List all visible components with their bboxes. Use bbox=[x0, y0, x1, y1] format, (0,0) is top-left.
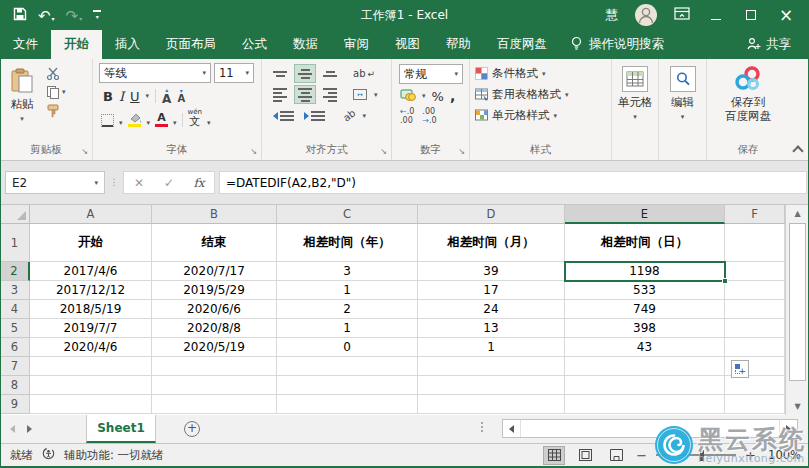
align-middle-icon[interactable] bbox=[294, 64, 316, 83]
cell-c9[interactable] bbox=[277, 395, 418, 414]
zoom-in-button[interactable]: + bbox=[745, 448, 756, 463]
tab-page-layout[interactable]: 页面布局 bbox=[153, 30, 229, 59]
cell-b3[interactable]: 2019/5/29 bbox=[152, 281, 277, 300]
ribbon-display-options-icon[interactable] bbox=[674, 6, 690, 25]
font-name-select[interactable]: 等线▾ bbox=[99, 63, 211, 83]
cell-b9[interactable] bbox=[152, 395, 277, 414]
column-header-c[interactable]: C bbox=[277, 205, 418, 224]
cell-d5[interactable]: 13 bbox=[418, 319, 565, 338]
clipboard-dialog-launcher[interactable]: ↘ bbox=[81, 148, 88, 156]
cell-b8[interactable] bbox=[152, 376, 277, 395]
column-header-b[interactable]: B bbox=[152, 205, 277, 224]
font-color-button[interactable]: A bbox=[155, 112, 168, 127]
fill-color-button[interactable] bbox=[128, 113, 142, 127]
cell-c5[interactable]: 1 bbox=[277, 319, 418, 338]
copy-button[interactable]: ▾ bbox=[44, 83, 68, 101]
cell-a9[interactable] bbox=[30, 395, 152, 414]
font-size-select[interactable]: 11▾ bbox=[214, 63, 254, 83]
cell-f5[interactable] bbox=[725, 319, 785, 338]
format-as-table-button[interactable]: 套用表格格式▾ bbox=[470, 84, 611, 105]
tab-help[interactable]: 帮助 bbox=[433, 30, 484, 59]
tab-review[interactable]: 审阅 bbox=[331, 30, 382, 59]
scroll-right-icon[interactable] bbox=[779, 420, 797, 437]
percent-style-button[interactable]: % bbox=[432, 89, 444, 104]
close-button[interactable]: × bbox=[777, 7, 795, 24]
customize-quick-access-icon[interactable]: ▾ bbox=[93, 10, 101, 20]
save-icon[interactable] bbox=[13, 6, 27, 25]
align-bottom-icon[interactable] bbox=[320, 64, 340, 83]
cells-button[interactable]: 单元格 ▾ bbox=[612, 59, 658, 121]
font-color-dropdown-arrow[interactable]: ▾ bbox=[173, 119, 177, 127]
wrap-text-icon[interactable]: ab↵ bbox=[350, 64, 378, 83]
sheet-nav-right-icon[interactable] bbox=[27, 425, 32, 433]
paste-button[interactable]: 粘贴 ▾ bbox=[0, 61, 44, 123]
row-header-7[interactable]: 7 bbox=[0, 357, 30, 376]
select-all-corner[interactable] bbox=[0, 205, 30, 224]
undo-button[interactable]: ↶▾ bbox=[38, 6, 55, 25]
decrease-indent-icon[interactable] bbox=[270, 106, 297, 125]
scroll-left-icon[interactable] bbox=[503, 420, 521, 437]
insert-function-icon[interactable]: fx bbox=[184, 176, 214, 190]
cell-d3[interactable]: 17 bbox=[418, 281, 565, 300]
horizontal-scrollbar[interactable] bbox=[502, 419, 798, 438]
cell-a6[interactable]: 2020/4/6 bbox=[30, 338, 152, 357]
tab-formulas[interactable]: 公式 bbox=[229, 30, 280, 59]
name-box[interactable]: E2 ▾ bbox=[5, 171, 105, 194]
cell-c4[interactable]: 2 bbox=[277, 300, 418, 319]
sheet-nav-left-icon[interactable] bbox=[10, 425, 15, 433]
collapse-ribbon-icon[interactable] bbox=[793, 144, 802, 153]
column-header-e[interactable]: E bbox=[565, 205, 725, 224]
cell-a7[interactable] bbox=[30, 357, 152, 376]
cell-d6[interactable]: 1 bbox=[418, 338, 565, 357]
number-dialog-launcher[interactable]: ↘ bbox=[458, 148, 465, 156]
increase-decimal-icon[interactable]: ←.0.00 bbox=[400, 107, 414, 125]
column-header-f[interactable]: F bbox=[725, 205, 785, 224]
cell-a3[interactable]: 2017/12/12 bbox=[30, 281, 152, 300]
cell-d4[interactable]: 24 bbox=[418, 300, 565, 319]
row-header-8[interactable]: 8 bbox=[0, 376, 30, 395]
cell-c1[interactable]: 相差时间（年） bbox=[277, 224, 418, 262]
vertical-scroll-thumb[interactable] bbox=[789, 223, 806, 381]
row-header-1[interactable]: 1 bbox=[0, 224, 30, 262]
fill-handle[interactable] bbox=[722, 278, 728, 284]
cell-e9[interactable] bbox=[565, 395, 725, 414]
cell-c7[interactable] bbox=[277, 357, 418, 376]
sheet-tab-sheet1[interactable]: Sheet1 bbox=[86, 415, 156, 443]
normal-view-button[interactable] bbox=[543, 446, 565, 465]
underline-button[interactable]: U bbox=[130, 89, 140, 104]
phonetic-dropdown-arrow[interactable]: ▾ bbox=[207, 119, 211, 127]
align-top-icon[interactable] bbox=[270, 64, 290, 83]
cell-styles-button[interactable]: 单元格样式▾ bbox=[470, 105, 611, 126]
tab-file[interactable]: 文件 bbox=[0, 30, 51, 59]
avatar[interactable] bbox=[635, 4, 657, 26]
tell-me-search[interactable]: 操作说明搜索 bbox=[560, 30, 674, 59]
merge-dropdown-arrow[interactable]: ▾ bbox=[374, 91, 378, 99]
row-header-6[interactable]: 6 bbox=[0, 338, 30, 357]
cell-f3[interactable] bbox=[725, 281, 785, 300]
row-header-9[interactable]: 9 bbox=[0, 395, 30, 414]
formula-input[interactable]: =DATEDIF(A2,B2,"D") bbox=[219, 171, 807, 194]
row-header-3[interactable]: 3 bbox=[0, 281, 30, 300]
cell-b6[interactable]: 2020/5/19 bbox=[152, 338, 277, 357]
cell-b5[interactable]: 2020/8/8 bbox=[152, 319, 277, 338]
increase-font-size-button[interactable]: ▴A bbox=[162, 87, 171, 105]
number-format-select[interactable]: 常规▾ bbox=[399, 64, 463, 84]
accounting-dropdown-arrow[interactable]: ▾ bbox=[422, 92, 426, 100]
decrease-font-size-button[interactable]: ▾A bbox=[177, 88, 185, 104]
cell-b1[interactable]: 结束 bbox=[152, 224, 277, 262]
cell-f9[interactable] bbox=[725, 395, 785, 414]
zoom-out-button[interactable]: − bbox=[636, 448, 647, 463]
borders-icon[interactable] bbox=[101, 114, 114, 127]
zoom-slider[interactable] bbox=[656, 454, 736, 456]
cell-a2[interactable]: 2017/4/6 bbox=[30, 262, 152, 281]
row-header-5[interactable]: 5 bbox=[0, 319, 30, 338]
zoom-level[interactable]: 100% bbox=[765, 448, 801, 462]
cell-e1[interactable]: 相差时间（日） bbox=[565, 224, 725, 262]
underline-dropdown-arrow[interactable]: ▾ bbox=[146, 92, 150, 100]
scroll-up-icon[interactable]: ▲ bbox=[786, 205, 809, 222]
cell-d2[interactable]: 39 bbox=[418, 262, 565, 281]
borders-dropdown-arrow[interactable]: ▾ bbox=[119, 119, 123, 127]
cell-f6[interactable] bbox=[725, 338, 785, 357]
tab-baidu-netdisk[interactable]: 百度网盘 bbox=[484, 30, 560, 59]
share-button[interactable]: 共享 bbox=[746, 30, 809, 59]
